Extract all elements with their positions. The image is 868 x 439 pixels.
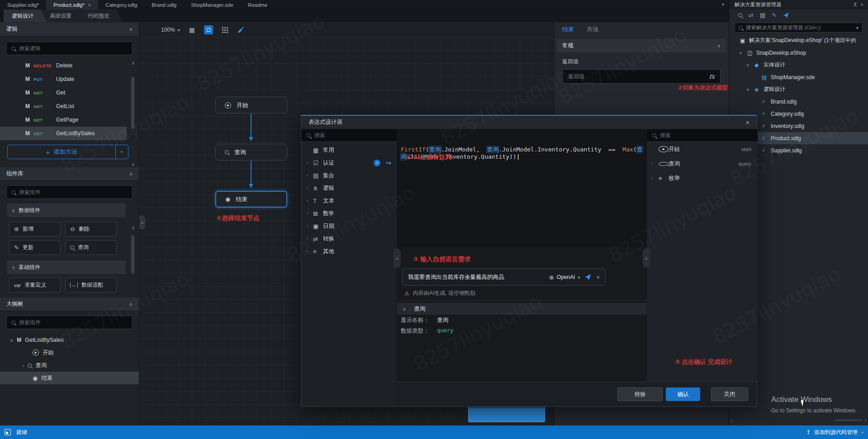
help-icon[interactable]: ? (374, 160, 380, 166)
method-item-getpage[interactable]: MGETGetPage (0, 113, 127, 127)
tree-item-ShopManager.sde[interactable]: ▤ShopManager.sde (729, 71, 868, 83)
close-icon[interactable]: × (88, 2, 91, 8)
category-集合[interactable]: ›▤集合 (301, 169, 397, 182)
solution-search-input[interactable]: 搜索解决方案资源管理器 (Ctrl+;) ▾ (735, 23, 863, 33)
expression-code-editor[interactable]: FirstIf(查询.JoinModel, 查询.JoinModel.Inven… (397, 129, 646, 247)
logic-search-input[interactable]: 搜索逻辑 (6, 42, 133, 55)
forward-arrow-icon[interactable]: ↪ (386, 159, 391, 166)
pin-icon[interactable]: ⊼ (854, 2, 857, 8)
component-删除[interactable]: ⊖删除 (65, 222, 117, 236)
minimap-toggle-icon[interactable] (204, 25, 213, 34)
logic-panel-header[interactable]: 逻辑 ∧ (0, 23, 139, 36)
outline-root[interactable]: ∨MGetListBySales (0, 334, 139, 346)
tree-item-解决方案SnapDevelop.eShop1个项[interactable]: ▣解决方案'SnapDevelop.eShop' (1个项目中的 (729, 34, 868, 47)
grid-toggle-icon[interactable]: ▦ (189, 26, 195, 33)
关闭-button[interactable]: 关闭 (711, 387, 748, 401)
outline-node-结束[interactable]: ◉结束 (0, 372, 139, 384)
scroll-up-icon[interactable]: ∧ (132, 225, 135, 230)
校验-button[interactable]: 校验 (617, 387, 663, 401)
tab-method[interactable]: 方法 (587, 25, 598, 33)
category-其他[interactable]: ›≡其他 (301, 245, 397, 258)
scroll-down-icon[interactable]: ∨ (132, 162, 135, 167)
horizontal-scrollbar[interactable]: ‹ › (731, 417, 866, 423)
outline-panel-header[interactable]: 大纲树 ∧ (0, 297, 139, 311)
view-tab-active[interactable]: 逻辑设计 (4, 9, 47, 22)
solution-explorer-header[interactable]: 解决方案资源管理器 ⊼× (729, 0, 868, 9)
collapse-all-icon[interactable]: ▤ (760, 12, 765, 19)
dialog-search-input[interactable]: 搜索 (301, 129, 397, 142)
tree-item-Brand.sdlg[interactable]: ⚡Brand.sdlg (729, 95, 868, 108)
group-basic-components[interactable]: ∨ 基础组件 (7, 260, 126, 274)
edit-filter-icon[interactable]: ✎ (772, 12, 777, 19)
collapse-left-handle[interactable]: ‹ (394, 249, 401, 268)
variable-search-input[interactable]: 搜索 (647, 129, 758, 142)
chevron-up-icon[interactable]: ∧ (129, 27, 133, 32)
add-method-dropdown[interactable]: ▾ (115, 145, 128, 159)
flow-node-开始[interactable]: ▶开始 (215, 97, 287, 113)
tab-end-node[interactable]: 结束 (562, 25, 574, 33)
clean-canvas-icon[interactable] (237, 26, 245, 34)
flow-node-查询[interactable]: 查询 (215, 144, 287, 160)
scroll-right-icon[interactable]: › (865, 418, 866, 423)
category-常用[interactable]: ▦常用 (301, 144, 397, 156)
search-scope-icon[interactable] (738, 13, 742, 17)
component-更新[interactable]: ✎更新 (9, 240, 61, 255)
switch-view-icon[interactable]: ⇄ (749, 12, 754, 19)
component-变量定义[interactable]: var变量定义 (9, 278, 61, 293)
doc-tab-suppliersdlg[interactable]: Supplier.sdlg* (0, 0, 46, 9)
components-scrollbar[interactable] (131, 235, 134, 274)
outline-node-查询[interactable]: ›查询 (0, 359, 139, 372)
group-data-components[interactable]: ∨ 数据组件 (7, 203, 126, 217)
tree-item-实体设计[interactable]: ∨◆实体设计 (729, 59, 868, 71)
outline-search-input[interactable]: 搜索组件 (6, 316, 133, 329)
variable-查询[interactable]: ›查询query (647, 156, 758, 171)
category-日期[interactable]: ›▣日期 (301, 220, 397, 232)
view-tab-item[interactable]: 高级设置 (42, 9, 85, 22)
add-method-button[interactable]: +添加方法 ▾ (7, 145, 128, 159)
tree-item-SnapDevelop.eShop[interactable]: ∨◫SnapDevelop.eShop (729, 47, 868, 59)
method-item-update[interactable]: MPUTUpdate (0, 72, 127, 86)
category-数学[interactable]: ›⊠数学 (301, 207, 397, 220)
doc-tab-categorysdlg[interactable]: Category.sdlg (98, 0, 144, 9)
query-section-header[interactable]: ∧ 查询 (397, 303, 646, 315)
scroll-up-icon[interactable]: ∧ (132, 61, 135, 66)
dialog-title-bar[interactable]: 表达式设计器 × (301, 116, 757, 129)
component-数据适配[interactable]: ↔数据适配 (65, 278, 117, 293)
sidebar-collapse-handle[interactable]: ‹ (139, 216, 145, 229)
component-查询[interactable]: 查询 (65, 240, 117, 255)
flow-node-结束[interactable]: ◉结束 (215, 191, 287, 208)
doc-tab-brandsdlg[interactable]: Brand.sdlg (144, 0, 184, 9)
collapse-right-handle[interactable]: › (643, 249, 650, 268)
section-general[interactable]: 常规 ∧ (557, 39, 726, 52)
doc-tab-readme[interactable]: Readme (241, 0, 275, 9)
fx-expression-icon[interactable]: fx (709, 73, 715, 80)
close-icon[interactable]: × (861, 2, 863, 8)
ai-provider-select[interactable]: ⊛ OpenAI ▾ (549, 274, 580, 281)
variable-开始[interactable]: ▶开始start (647, 142, 758, 156)
close-icon[interactable]: × (746, 119, 749, 126)
variable-枚举[interactable]: ›≡枚举 (647, 171, 758, 185)
method-scrollbar[interactable] (131, 77, 134, 129)
doc-tab-productsdlg[interactable]: Product.sdlg*× (46, 0, 98, 9)
send-icon[interactable] (783, 12, 789, 19)
tree-item-逻辑设计[interactable]: ∨◈逻辑设计 (729, 83, 868, 95)
components-search-input[interactable]: 搜索组件 (6, 185, 133, 199)
chevron-up-icon[interactable]: ∧ (129, 171, 133, 176)
doc-tab-shopmanagersde[interactable]: ShopManager.sde (184, 0, 240, 9)
component-新增[interactable]: ⊕新增 (9, 222, 61, 236)
chevron-up-icon[interactable]: ∧ (129, 302, 133, 307)
source-control-button[interactable]: ↥ 添加到源代码管理 ▾ (806, 429, 863, 436)
outline-node-开始[interactable]: ▶开始 (0, 346, 139, 359)
tab-overflow-chevron-icon[interactable]: ▾ (722, 2, 724, 7)
dots-layout-icon[interactable] (222, 27, 228, 33)
components-panel-header[interactable]: 组件库 ∧ (0, 167, 139, 181)
method-item-getlist[interactable]: MGETGetList (0, 99, 127, 113)
category-认证[interactable]: ›☑认证?↪ (301, 156, 397, 169)
zoom-select[interactable]: 100%▾ (161, 27, 180, 33)
method-item-get[interactable]: MGETGet (0, 86, 127, 99)
ai-prompt-input[interactable]: 我需要查询出当前库存余量最高的商品 ⊛ OpenAI ▾ × (402, 269, 606, 286)
method-item-getlistbysales[interactable]: MGETGetListBySales (0, 127, 127, 140)
view-tab-item[interactable]: 代码预览 (80, 9, 123, 22)
category-文本[interactable]: ›T文本 (301, 194, 397, 207)
category-逻辑[interactable]: ›⋔逻辑 (301, 182, 397, 194)
